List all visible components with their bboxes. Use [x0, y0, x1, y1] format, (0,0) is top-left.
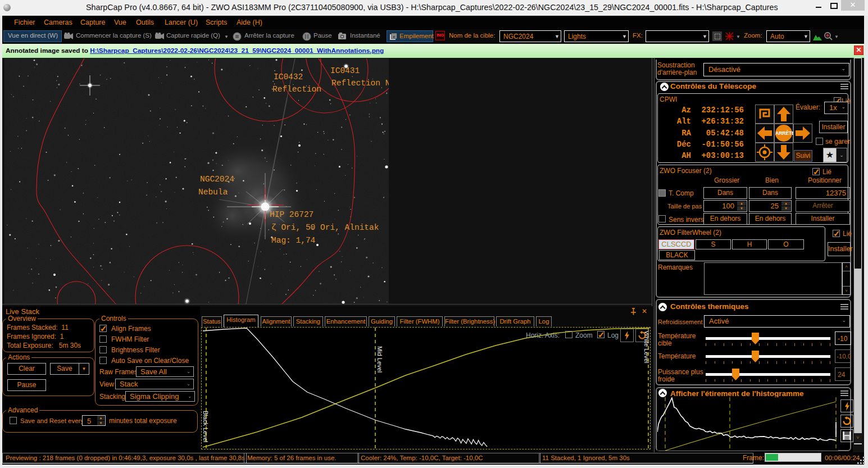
svg-text:Reflection N: Reflection N [331, 79, 389, 88]
svg-text:NGC2024: NGC2024 [200, 175, 234, 184]
svg-text:IC0432: IC0432 [274, 72, 303, 81]
svg-text:e: e [393, 35, 396, 39]
svg-text:ζ Ori, 50 Ori, Alnitak: ζ Ori, 50 Ori, Alnitak [271, 223, 379, 232]
svg-text:Nebula: Nebula [198, 188, 228, 197]
svg-text:Reflection: Reflection [272, 85, 321, 94]
svg-text:Mag: 1,74: Mag: 1,74 [271, 236, 315, 245]
svg-text:IC0431: IC0431 [330, 66, 360, 75]
svg-text:HIP 26727: HIP 26727 [270, 210, 313, 219]
